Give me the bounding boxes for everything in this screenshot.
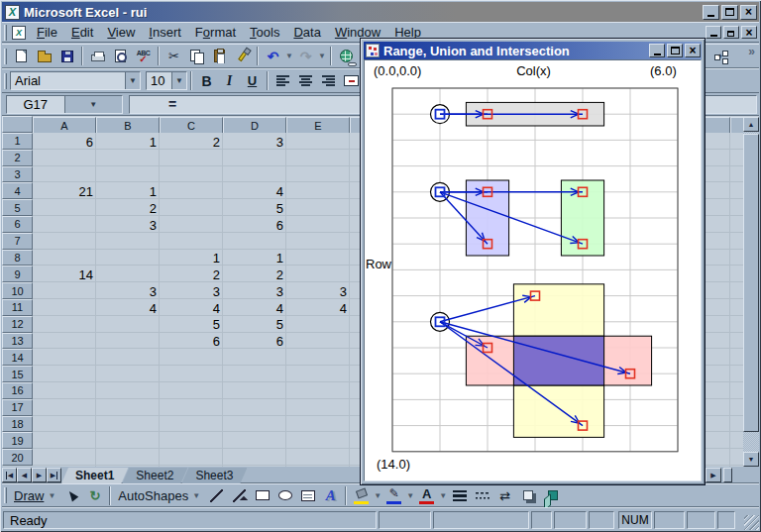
chevron-down-icon[interactable]: ▼ [373, 491, 382, 500]
row-header-14[interactable]: 14 [2, 349, 33, 366]
row-header-8[interactable]: 8 [2, 250, 33, 266]
row-header-16[interactable]: 16 [2, 382, 33, 399]
chevron-down-icon[interactable]: ▼ [405, 491, 415, 500]
row-header-6[interactable]: 6 [2, 216, 33, 233]
vertical-scrollbar[interactable]: ▲ ▼ [743, 117, 759, 467]
font-color-button[interactable]: A [415, 485, 438, 506]
column-header-L[interactable]: L [730, 117, 743, 133]
row-header-13[interactable]: 13 [2, 333, 33, 350]
underline-button[interactable]: U [241, 70, 264, 91]
toolbar-grip[interactable] [4, 49, 7, 64]
column-header-B[interactable]: B [96, 117, 160, 133]
text-box-button[interactable] [296, 485, 319, 506]
workbook-close-button[interactable]: × [741, 26, 757, 39]
format-painter-button[interactable] [231, 46, 254, 66]
rectangle-button[interactable] [251, 485, 273, 506]
vertical-scroll-thumb[interactable] [743, 134, 759, 432]
next-sheet-button[interactable]: ▶ [32, 468, 47, 482]
menu-item-edit[interactable]: Edit [64, 23, 100, 42]
chevron-down-icon[interactable]: ▼ [125, 72, 140, 89]
insert-hyperlink-button[interactable] [335, 46, 358, 66]
dash-style-button[interactable] [471, 485, 493, 506]
dialog-close-button[interactable]: × [685, 44, 701, 57]
wordart-button[interactable]: A [319, 485, 342, 506]
hscroll-right-button[interactable]: ▶ [706, 468, 721, 482]
tab-split-handle[interactable] [723, 468, 732, 482]
prev-sheet-button[interactable]: ◀ [17, 468, 32, 482]
chevron-down-icon[interactable]: ▼ [64, 96, 123, 113]
oval-button[interactable] [273, 485, 296, 506]
toolbar-grip[interactable] [4, 487, 7, 503]
autoshapes-menu-button[interactable]: AutoShapes▼ [114, 486, 205, 505]
first-sheet-button[interactable]: ◀ [2, 468, 17, 482]
align-right-button[interactable] [317, 70, 340, 91]
select-objects-button[interactable] [60, 485, 83, 506]
dialog-maximize-button[interactable] [667, 44, 683, 57]
shadow-button[interactable] [516, 485, 539, 506]
arrow-button[interactable] [228, 485, 251, 506]
line-style-button[interactable] [448, 485, 471, 506]
chevron-down-icon[interactable]: ▼ [317, 52, 327, 60]
column-header-A[interactable]: A [33, 117, 96, 133]
font-name-combo[interactable]: Arial ▼ [10, 71, 141, 90]
workbook-minimize-button[interactable] [706, 26, 721, 39]
row-header-4[interactable]: 4 [2, 182, 33, 199]
sheet-tab-sheet3[interactable]: Sheet3 [181, 468, 247, 483]
resize-grip[interactable] [744, 515, 759, 530]
workbook-restore-button[interactable] [723, 26, 739, 39]
menu-item-view[interactable]: View [100, 23, 142, 42]
italic-button[interactable]: I [218, 70, 241, 91]
print-preview-button[interactable] [109, 46, 132, 66]
font-size-combo[interactable]: 10 ▼ [146, 71, 187, 90]
column-header-E[interactable]: E [286, 117, 350, 133]
undo-button[interactable]: ↶ [262, 46, 284, 66]
save-button[interactable] [55, 46, 78, 66]
chevron-down-icon[interactable]: ▼ [438, 491, 448, 500]
threed-button[interactable] [539, 485, 562, 506]
sheet-tab-sheet1[interactable]: Sheet1 [61, 468, 128, 483]
spelling-button[interactable]: ABC✓ [132, 46, 155, 66]
copy-button[interactable] [185, 46, 208, 66]
menu-item-file[interactable]: File [30, 23, 64, 42]
menu-item-insert[interactable]: Insert [142, 23, 188, 42]
chevron-down-icon[interactable]: ▼ [171, 72, 186, 89]
redo-button[interactable]: ↷ [294, 46, 317, 66]
column-header-D[interactable]: D [223, 117, 286, 133]
row-header-18[interactable]: 18 [2, 416, 33, 433]
free-rotate-button[interactable]: ↻ [83, 485, 106, 506]
row-header-20[interactable]: 20 [2, 449, 33, 466]
name-box[interactable]: G17 ▼ [6, 95, 123, 114]
select-all-corner[interactable] [2, 116, 33, 133]
row-header-1[interactable]: 1 [2, 133, 33, 150]
row-header-3[interactable]: 3 [2, 166, 33, 183]
scroll-up-button[interactable]: ▲ [743, 117, 759, 132]
chevron-down-icon[interactable]: ▼ [284, 52, 294, 60]
row-header-10[interactable]: 10 [2, 282, 33, 299]
close-button[interactable]: × [740, 5, 757, 20]
row-header-12[interactable]: 12 [2, 316, 33, 333]
new-button[interactable] [10, 46, 33, 66]
row-header-9[interactable]: 9 [2, 266, 33, 282]
toolbar-overflow-button[interactable] [707, 47, 733, 65]
align-left-button[interactable] [272, 70, 294, 91]
maximize-button[interactable] [721, 5, 738, 20]
print-button[interactable] [86, 46, 109, 66]
cut-button[interactable]: ✂ [163, 46, 185, 66]
dialog-titlebar[interactable]: Range, Union and Intersection × [364, 42, 702, 59]
column-header-C[interactable]: C [160, 117, 223, 133]
toolbar-grip[interactable] [4, 25, 7, 41]
scroll-down-button[interactable]: ▼ [743, 452, 759, 467]
sheet-tab-sheet2[interactable]: Sheet2 [122, 468, 187, 483]
toolbar-grip[interactable] [4, 73, 7, 89]
menu-item-format[interactable]: Format [188, 23, 243, 42]
row-header-17[interactable]: 17 [2, 399, 33, 416]
row-header-11[interactable]: 11 [2, 299, 33, 316]
draw-menu-button[interactable]: Draw▼ [10, 486, 60, 505]
dialog-minimize-button[interactable] [649, 44, 665, 57]
bold-button[interactable]: B [195, 70, 218, 91]
row-header-7[interactable]: 7 [2, 233, 33, 250]
more-buttons-chevron[interactable]: » [748, 45, 755, 58]
fill-color-button[interactable] [350, 485, 373, 506]
minimize-button[interactable] [703, 5, 719, 20]
line-button[interactable] [205, 485, 228, 506]
